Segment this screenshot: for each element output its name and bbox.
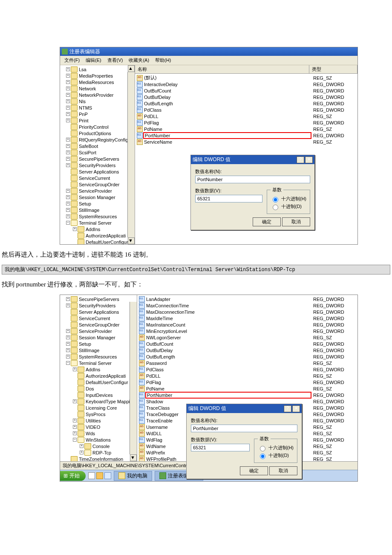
tree-node[interactable]: Wds <box>66 430 137 436</box>
value-row[interactable]: MaxInstanceCountREG_DWORD <box>137 321 357 328</box>
close-button[interactable]: ✕ <box>305 156 313 163</box>
value-row[interactable]: MaxDisconnectionTimeREG_DWORD <box>137 309 357 315</box>
tree-node[interactable]: PnP <box>66 111 135 117</box>
expand-icon[interactable] <box>66 304 70 307</box>
tree-node[interactable]: SysProcs <box>66 411 137 417</box>
tree-node[interactable]: ServiceCurrent <box>66 175 135 181</box>
expand-icon[interactable] <box>66 106 70 110</box>
expand-icon[interactable] <box>66 138 70 142</box>
tree-node[interactable]: SystemResources <box>66 353 137 360</box>
tree-node[interactable]: DefaultUserConfigur <box>66 379 137 385</box>
cancel-button[interactable]: 取消 <box>269 466 297 475</box>
expand-icon[interactable] <box>66 87 70 90</box>
menu-fav[interactable]: 收藏夹(A) <box>126 57 152 64</box>
expand-icon[interactable] <box>66 329 70 333</box>
expand-icon[interactable] <box>66 99 70 103</box>
expand-icon[interactable] <box>73 431 77 435</box>
expand-icon[interactable] <box>66 214 70 218</box>
expand-icon[interactable] <box>73 425 77 429</box>
tree-node[interactable]: Terminal Server <box>66 360 137 366</box>
expand-icon[interactable] <box>66 144 70 148</box>
value-row[interactable]: PdNameREG_SZ <box>137 385 357 392</box>
value-row[interactable]: MaxConnectionTimeREG_DWORD <box>137 302 357 309</box>
collapse-icon[interactable] <box>66 221 70 225</box>
expand-icon[interactable] <box>66 74 70 78</box>
tree-node[interactable]: StillImage <box>66 207 135 213</box>
value-row[interactable]: OutBufDelayREG_DWORD <box>137 347 357 353</box>
tree-node[interactable]: MediaProperties <box>66 72 135 79</box>
value-row[interactable]: ServiceNameREG_SZ <box>135 139 357 145</box>
tree-node[interactable]: NetworkProvider <box>66 92 135 98</box>
name-input[interactable] <box>195 176 310 183</box>
tree-node[interactable]: Dos <box>66 385 137 392</box>
expand-icon[interactable] <box>80 451 84 454</box>
tree-node[interactable]: Session Manager <box>66 194 135 200</box>
value-row[interactable]: PortNumberREG_DWORD <box>137 392 357 398</box>
data-input[interactable] <box>195 195 262 202</box>
scrollbar-track[interactable] <box>130 302 137 454</box>
expand-icon[interactable] <box>66 157 70 161</box>
expand-icon[interactable] <box>66 348 70 352</box>
tree-node[interactable]: Server Applications <box>66 168 135 175</box>
expand-icon[interactable] <box>66 112 70 116</box>
tree-node[interactable]: Licensing Core <box>66 405 137 411</box>
tree-node[interactable]: MediaResources <box>66 79 135 85</box>
help-button[interactable]: ? <box>284 405 291 412</box>
hex-radio[interactable]: 十六进制(H) <box>258 445 294 451</box>
ok-button[interactable]: 确定 <box>253 217 281 226</box>
value-row[interactable]: OutBufCountREG_DWORD <box>135 87 357 94</box>
tree-node[interactable]: AddIns <box>66 226 135 232</box>
taskbar-item[interactable]: 我的电脑 <box>114 471 152 481</box>
value-row[interactable]: MaxIdleTimeREG_DWORD <box>137 315 357 321</box>
tree-node[interactable]: SecurityProviders <box>66 302 137 309</box>
tree-node[interactable]: Setup <box>66 341 137 347</box>
value-row[interactable]: OutBufCountREG_DWORD <box>137 341 357 347</box>
value-row[interactable]: PdClassREG_DWORD <box>135 107 357 113</box>
tree-node[interactable]: TimeZoneInformation <box>66 456 137 461</box>
tree-node[interactable]: Network <box>66 85 135 92</box>
menu-file[interactable]: 文件(F) <box>62 57 82 64</box>
tree-node[interactable]: SecurityProviders <box>66 162 135 168</box>
expand-icon[interactable] <box>66 297 70 301</box>
tree-node[interactable]: ServiceProvider <box>66 328 137 334</box>
scroll-down-button[interactable]: ▼ <box>128 237 135 244</box>
expand-icon[interactable] <box>66 195 70 199</box>
value-row[interactable]: (默认)REG_SZ <box>135 75 357 81</box>
tree-node[interactable]: RtlQueryRegistryConfig <box>66 136 135 143</box>
value-row[interactable]: LanAdapterREG_DWORD <box>137 296 357 302</box>
tree-node[interactable]: InputDevices <box>66 392 137 398</box>
expand-icon[interactable] <box>66 208 70 212</box>
expand-icon[interactable] <box>66 335 70 339</box>
dialog-titlebar[interactable]: 编辑 DWORD 值 ? ✕ <box>191 155 314 164</box>
expand-icon[interactable] <box>66 93 70 97</box>
value-row[interactable]: PdFlagREG_DWORD <box>137 379 357 385</box>
tree-node[interactable]: ScsiPort <box>66 149 135 156</box>
scroll-up-button[interactable]: ▲ <box>128 65 135 72</box>
col-type[interactable]: 类型 <box>309 65 357 73</box>
tree-node[interactable]: Utilities <box>66 417 137 424</box>
tree-node[interactable]: PriorityControl <box>66 124 135 130</box>
tree-node[interactable]: AuthorizedApplicati <box>66 373 137 379</box>
ok-button[interactable]: 确定 <box>240 466 268 475</box>
help-button[interactable]: ? <box>297 156 304 163</box>
tree-node[interactable]: DefaultUserConfigur <box>66 239 135 244</box>
registry-tree[interactable]: ▲ LsaMediaPropertiesMediaResourcesNetwor… <box>60 65 135 244</box>
expand-icon[interactable] <box>66 150 70 154</box>
value-row[interactable]: InteractiveDelayREG_DWORD <box>135 81 357 87</box>
tree-node[interactable]: AddIns <box>66 366 137 373</box>
expand-icon[interactable] <box>66 163 70 167</box>
tree-node[interactable]: SystemResources <box>66 213 135 220</box>
value-row[interactable]: PdDLLREG_SZ <box>137 373 357 379</box>
name-input[interactable] <box>191 425 297 432</box>
expand-icon[interactable] <box>66 355 70 358</box>
value-row[interactable]: OutBufLengthREG_DWORD <box>135 100 357 107</box>
menu-view[interactable]: 查看(V) <box>105 57 126 64</box>
expand-icon[interactable] <box>66 119 70 122</box>
tree-node[interactable]: Session Manager <box>66 334 137 341</box>
tree-node[interactable]: SecurePipeServers <box>66 296 137 302</box>
tree-node[interactable]: NTMS <box>66 104 135 111</box>
tree-node[interactable]: SecurePipeServers <box>66 156 135 162</box>
expand-icon[interactable] <box>73 227 77 231</box>
scroll-down-button[interactable]: ▼ <box>130 454 137 461</box>
hex-radio[interactable]: 十六进制(H) <box>271 196 306 202</box>
